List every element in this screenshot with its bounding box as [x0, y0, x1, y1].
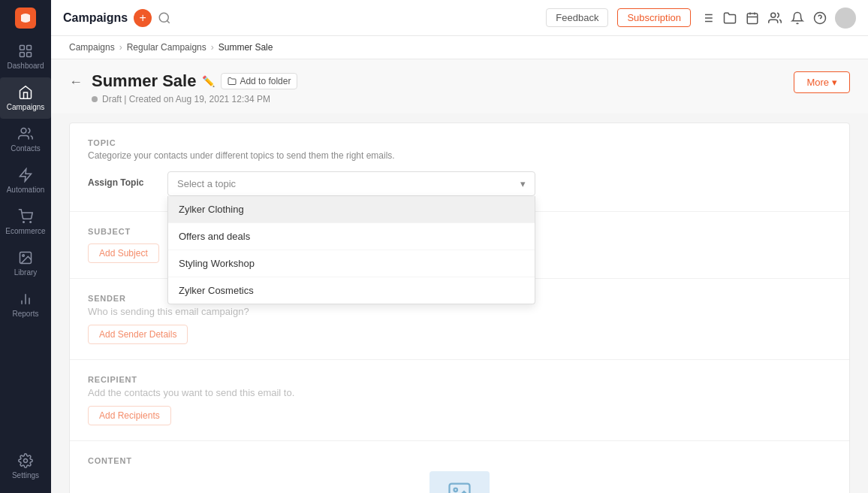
sidebar-item-automation[interactable]: Automation — [0, 160, 51, 201]
campaign-form: TOPIC Categorize your contacts under dif… — [69, 122, 850, 493]
sidebar-item-ecommerce[interactable]: Ecommerce — [0, 201, 51, 243]
assign-topic-label: Assign Topic — [88, 171, 155, 188]
svg-marker-6 — [20, 169, 32, 182]
dropdown-item-zylker-clothing[interactable]: Zylker Clothing — [168, 196, 535, 223]
svg-point-31 — [454, 488, 458, 492]
recipient-field: Add the contacts you want to send this e… — [88, 387, 831, 425]
topic-section-desc: Categorize your contacts under different… — [88, 150, 831, 161]
help-icon[interactable] — [812, 11, 827, 26]
topic-select[interactable]: Select a topic ▾ — [167, 171, 535, 196]
breadcrumb-summer-sale: Summer Sale — [219, 42, 273, 53]
sidebar-bottom: Settings — [0, 446, 51, 493]
search-button[interactable] — [158, 11, 171, 25]
svg-rect-23 — [747, 14, 758, 24]
sidebar-item-library[interactable]: Library — [0, 243, 51, 284]
sidebar-item-dashboard[interactable]: Dashboard — [0, 36, 51, 77]
sender-field: Who is sending this email campaign? Add … — [88, 306, 831, 344]
svg-point-10 — [23, 255, 24, 257]
svg-rect-30 — [450, 484, 470, 494]
sidebar-navigation: Dashboard Campaigns Contacts Automation — [0, 36, 51, 446]
sidebar-label-settings: Settings — [12, 471, 39, 479]
add-sender-button[interactable]: Add Sender Details — [88, 325, 188, 344]
content-area: Campaigns › Regular Campaigns › Summer S… — [51, 36, 868, 493]
svg-rect-3 — [20, 53, 25, 57]
calendar-icon[interactable] — [745, 11, 760, 26]
content-image-placeholder — [429, 471, 490, 493]
team-icon[interactable] — [767, 11, 782, 26]
breadcrumb: Campaigns › Regular Campaigns › Summer S… — [51, 36, 868, 59]
topic-section: TOPIC Categorize your contacts under dif… — [70, 123, 849, 212]
topic-dropdown: Zylker Clothing Offers and deals Styling… — [167, 196, 535, 304]
dropdown-item-styling-workshop[interactable]: Styling Workshop — [168, 250, 535, 277]
svg-point-27 — [771, 13, 776, 17]
more-button[interactable]: More ▾ — [794, 71, 850, 93]
sidebar-item-settings[interactable]: Settings — [0, 446, 51, 487]
topic-field: Select a topic ▾ Zylker Clothing Offers … — [167, 171, 831, 196]
recipient-section: RECIPIENT Add the contacts you want to s… — [70, 360, 849, 441]
topbar-left: Campaigns + — [63, 9, 537, 27]
campaign-meta-text: Draft | Created on Aug 19, 2021 12:34 PM — [102, 94, 270, 104]
add-to-folder-button[interactable]: Add to folder — [221, 73, 297, 89]
topbar: Campaigns + Feedback Subscription — [51, 0, 868, 36]
topic-section-title: TOPIC — [88, 138, 831, 147]
svg-point-14 — [24, 459, 28, 463]
add-campaign-button[interactable]: + — [134, 9, 152, 27]
svg-point-5 — [21, 129, 26, 134]
campaign-title-block: Summer Sale ✏️ Add to folder Draft | Cre… — [92, 71, 297, 104]
main-area: Campaigns + Feedback Subscription — [51, 0, 868, 493]
svg-line-16 — [167, 20, 170, 23]
svg-point-15 — [160, 13, 169, 22]
sidebar-label-dashboard: Dashboard — [8, 62, 44, 70]
breadcrumb-regular-campaigns[interactable]: Regular Campaigns — [127, 42, 206, 53]
sidebar-item-contacts[interactable]: Contacts — [0, 119, 51, 160]
svg-point-7 — [23, 222, 25, 223]
svg-rect-1 — [20, 46, 25, 50]
sidebar-item-campaigns[interactable]: Campaigns — [0, 77, 51, 119]
campaign-title: Summer Sale — [92, 71, 196, 91]
recipient-section-title: RECIPIENT — [88, 375, 831, 384]
app-brand: Campaigns — [63, 11, 128, 25]
svg-point-8 — [30, 222, 32, 223]
topbar-icons — [700, 8, 856, 29]
sidebar-item-reports[interactable]: Reports — [0, 284, 51, 325]
sidebar-label-library: Library — [14, 268, 38, 277]
svg-rect-2 — [27, 46, 32, 50]
bell-icon[interactable] — [790, 11, 805, 26]
back-button[interactable]: ← — [69, 74, 83, 90]
add-subject-button[interactable]: Add Subject — [88, 243, 159, 263]
recipient-placeholder: Add the contacts you want to send this e… — [88, 387, 831, 398]
sidebar: Dashboard Campaigns Contacts Automation — [0, 0, 51, 493]
add-folder-label: Add to folder — [240, 76, 291, 86]
campaign-title-row: Summer Sale ✏️ Add to folder — [92, 71, 297, 91]
sidebar-label-ecommerce: Ecommerce — [5, 227, 45, 235]
topic-form-row: Assign Topic Select a topic ▾ Zylker Clo… — [88, 171, 831, 196]
chevron-down-icon: ▾ — [520, 178, 526, 189]
sidebar-label-campaigns: Campaigns — [7, 103, 45, 111]
sender-placeholder: Who is sending this email campaign? — [88, 306, 831, 317]
dropdown-item-offers-deals[interactable]: Offers and deals — [168, 223, 535, 250]
sidebar-label-automation: Automation — [7, 186, 45, 194]
add-recipients-button[interactable]: Add Recipients — [88, 406, 171, 425]
content-section: CONTENT — [70, 441, 849, 493]
content-placeholder — [88, 471, 831, 493]
sender-form-row: Who is sending this email campaign? Add … — [88, 306, 831, 344]
sidebar-logo — [0, 0, 51, 36]
feedback-button[interactable]: Feedback — [546, 8, 608, 27]
page-header-left: ← Summer Sale ✏️ Add to folder — [69, 71, 297, 104]
edit-icon[interactable]: ✏️ — [202, 75, 215, 87]
chevron-down-icon: ▾ — [832, 77, 837, 88]
folder-icon[interactable] — [722, 11, 737, 26]
sidebar-label-contacts: Contacts — [11, 144, 40, 153]
page-header: ← Summer Sale ✏️ Add to folder — [51, 59, 868, 113]
sidebar-label-reports: Reports — [12, 310, 38, 318]
draft-indicator — [92, 96, 98, 102]
recipient-form-row: Add the contacts you want to send this e… — [88, 387, 831, 425]
user-avatar[interactable] — [835, 8, 856, 29]
breadcrumb-campaigns[interactable]: Campaigns — [69, 42, 115, 53]
dropdown-item-zylker-cosmetics[interactable]: Zylker Cosmetics — [168, 277, 535, 304]
subscription-button[interactable]: Subscription — [617, 8, 691, 27]
campaign-meta: Draft | Created on Aug 19, 2021 12:34 PM — [92, 94, 297, 104]
topic-select-placeholder: Select a topic — [177, 178, 236, 189]
svg-rect-4 — [27, 53, 32, 57]
list-icon[interactable] — [700, 11, 715, 26]
